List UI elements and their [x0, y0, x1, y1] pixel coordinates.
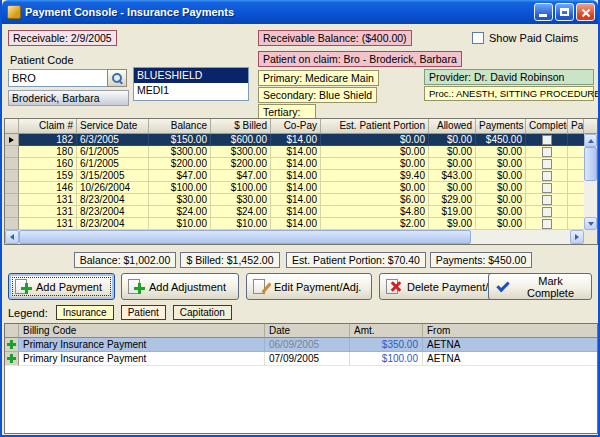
- payment-console-window: Payment Console - Insurance Payments Rec…: [0, 0, 600, 437]
- add-adjustment-label: Add Adjustment: [149, 281, 226, 293]
- claims-cell-claim: 182: [19, 134, 77, 146]
- scroll-left-button[interactable]: [5, 230, 19, 244]
- complete-checkbox[interactable]: [542, 183, 552, 193]
- edit-payment-button[interactable]: Edit Payment/Adj.: [246, 273, 372, 300]
- payments-col-header[interactable]: From: [423, 324, 597, 338]
- claims-cell-pa: [568, 134, 584, 146]
- claims-row[interactable]: 1318/23/2004$24.00$24.00$14.00$4.80$19.0…: [5, 206, 584, 218]
- mark-complete-button[interactable]: Mark Complete: [488, 273, 592, 300]
- insurance-listbox[interactable]: BLUESHIELD MEDI1: [133, 67, 249, 101]
- payment-row[interactable]: Primary Insurance Payment06/09/2005$350.…: [5, 338, 597, 352]
- claims-col-header[interactable]: Complete: [526, 119, 568, 134]
- maximize-button[interactable]: [555, 3, 574, 21]
- claims-cell-est_patient: $6.00: [321, 194, 429, 206]
- minimize-button[interactable]: [534, 3, 553, 21]
- expand-plus-icon[interactable]: [7, 354, 16, 363]
- claims-col-header[interactable]: Est. Patient Portion: [321, 119, 429, 134]
- titlebar[interactable]: Payment Console - Insurance Payments: [2, 0, 598, 24]
- add-payment-button[interactable]: Add Payment: [8, 273, 115, 300]
- claims-cell-service_date: 8/23/2004: [77, 206, 149, 218]
- claims-col-header[interactable]: Claim #: [19, 119, 77, 134]
- scroll-up-button[interactable]: [584, 134, 597, 147]
- app-icon: [7, 5, 21, 19]
- add-adjustment-button[interactable]: Add Adjustment: [121, 273, 239, 300]
- complete-checkbox[interactable]: [542, 195, 552, 205]
- claims-cell-complete: [526, 194, 568, 206]
- claims-col-header[interactable]: Payments: [476, 119, 526, 134]
- claims-cell-balance: $10.00: [149, 218, 211, 230]
- claims-row[interactable]: 14610/26/2004$100.00$100.00$14.00$0.00$0…: [5, 182, 584, 194]
- claims-cell-est_patient: $0.00: [321, 134, 429, 146]
- scroll-down-button[interactable]: [584, 217, 597, 230]
- search-button[interactable]: [107, 69, 127, 87]
- claims-col-header[interactable]: Co-Pay: [271, 119, 321, 134]
- patient-code-input[interactable]: [8, 69, 108, 87]
- window-body: Receivable: 2/9/2005 Receivable Balance:…: [2, 24, 598, 435]
- claims-row[interactable]: 1318/23/2004$10.00$10.00$14.00$2.00$9.00…: [5, 218, 584, 230]
- close-button[interactable]: [576, 3, 595, 21]
- row-indicator: [5, 182, 19, 194]
- complete-checkbox[interactable]: [542, 147, 552, 157]
- expand-plus-icon[interactable]: [7, 340, 16, 349]
- complete-checkbox[interactable]: [542, 135, 552, 145]
- claims-cell-complete: [526, 182, 568, 194]
- claims-cell-payments: $0.00: [476, 218, 526, 230]
- claims-cell-claim: 180: [19, 146, 77, 158]
- balance-total: Balance: $1,002.00: [74, 252, 176, 268]
- claims-cell-copay: $14.00: [271, 134, 321, 146]
- claims-col-header[interactable]: Allowed: [429, 119, 476, 134]
- row-indicator: [5, 170, 19, 182]
- claims-cell-allowed: $0.00: [429, 146, 476, 158]
- claims-cell-claim: 131: [19, 218, 77, 230]
- claims-row[interactable]: 1806/1/2005$300.00$300.00$14.00$0.00$0.0…: [5, 146, 584, 158]
- complete-checkbox[interactable]: [542, 219, 552, 229]
- claims-col-header[interactable]: Service Date: [77, 119, 149, 134]
- claims-cell-copay: $14.00: [271, 146, 321, 158]
- payment-row[interactable]: Primary Insurance Payment07/09/2005$100.…: [5, 352, 597, 366]
- horizontal-scrollbar-track[interactable]: [471, 230, 570, 244]
- payments-col-header[interactable]: Billing Code: [19, 324, 265, 338]
- claims-col-header[interactable]: $ Billed: [211, 119, 271, 134]
- horizontal-scrollbar-thumb[interactable]: [19, 230, 471, 244]
- complete-checkbox[interactable]: [542, 207, 552, 217]
- vertical-scrollbar-thumb[interactable]: [584, 147, 597, 181]
- show-paid-claims-checkbox[interactable]: [472, 32, 484, 44]
- claims-col-header[interactable]: Pa: [568, 119, 584, 134]
- complete-checkbox[interactable]: [542, 171, 552, 181]
- claims-row[interactable]: 1826/3/2005$150.00$600.00$14.00$0.00$0.0…: [5, 134, 584, 146]
- claims-vertical-scrollbar[interactable]: [584, 134, 597, 230]
- est-patient-portion-total: Est. Patient Portion: $70.40: [286, 252, 426, 268]
- claims-row[interactable]: 1318/23/2004$30.00$30.00$14.00$6.00$29.0…: [5, 194, 584, 206]
- claims-grid-header: Claim #Service DateBalance$ BilledCo-Pay…: [5, 119, 597, 134]
- claims-cell-copay: $14.00: [271, 206, 321, 218]
- provider-label: Provider: Dr. David Robinson: [424, 69, 594, 85]
- complete-checkbox[interactable]: [542, 159, 552, 169]
- scroll-right-button[interactable]: [570, 230, 584, 244]
- mark-complete-icon: [495, 280, 510, 294]
- show-paid-claims[interactable]: Show Paid Claims: [472, 32, 578, 44]
- claims-col-header[interactable]: Balance: [149, 119, 211, 134]
- claims-row[interactable]: 1593/15/2005$47.00$47.00$14.00$9.40$43.0…: [5, 170, 584, 182]
- payment-cell-from: AETNA: [423, 352, 597, 366]
- claims-cell-service_date: 8/23/2004: [77, 218, 149, 230]
- insurance-option-blueshield[interactable]: BLUESHIELD: [134, 68, 248, 83]
- legend: Legend: InsurancePatientCapitation: [8, 305, 232, 320]
- scroll-up-icon: [588, 139, 594, 143]
- billed-total: $ Billed: $1,452.00: [180, 252, 280, 268]
- claims-cell-claim: 146: [19, 182, 77, 194]
- claims-cell-est_patient: $2.00: [321, 218, 429, 230]
- insurance-option-medi1[interactable]: MEDI1: [134, 83, 248, 98]
- payments-col-header[interactable]: Date: [265, 324, 350, 338]
- vertical-scrollbar-track[interactable]: [584, 181, 597, 217]
- claims-cell-pa: [568, 182, 584, 194]
- payments-col-header[interactable]: Amt.: [350, 324, 423, 338]
- claims-cell-payments: $0.00: [476, 146, 526, 158]
- claims-horizontal-scrollbar[interactable]: [5, 230, 584, 244]
- claims-row[interactable]: 1606/1/2005$200.00$200.00$14.00$0.00$0.0…: [5, 158, 584, 170]
- patient-name[interactable]: Broderick, Barbara: [8, 90, 129, 106]
- claims-cell-service_date: 10/26/2004: [77, 182, 149, 194]
- payments-total: Payments: $450.00: [430, 252, 532, 268]
- payments-grid: Billing CodeDateAmt.From Primary Insuran…: [4, 323, 598, 434]
- add-adjustment-icon: [128, 279, 140, 294]
- claims-cell-service_date: 3/15/2005: [77, 170, 149, 182]
